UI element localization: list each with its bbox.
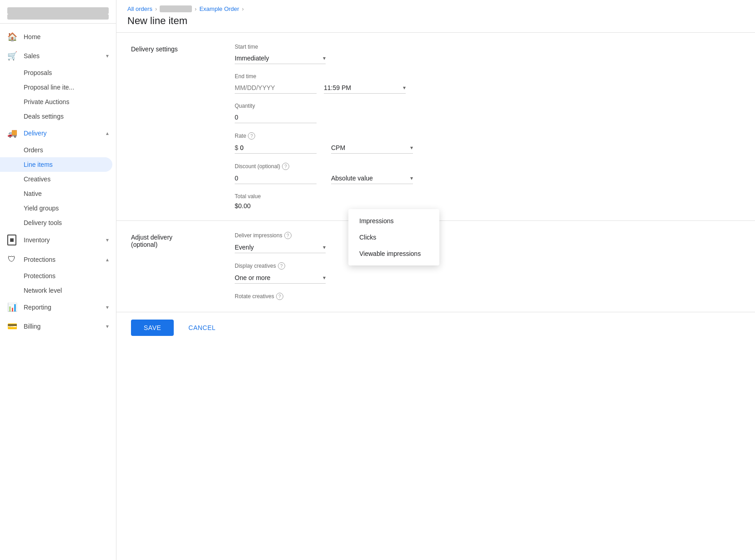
deliver-impressions-value: Evenly: [235, 244, 323, 251]
total-value-label: Total value: [235, 193, 553, 200]
logo-sub: Google: [7, 14, 109, 20]
breadcrumb-all-orders[interactable]: All orders: [127, 5, 152, 12]
home-icon: 🏠: [7, 32, 16, 42]
deliver-impressions-arrow: ▾: [323, 244, 326, 250]
total-value-field: Total value $0.00: [235, 193, 553, 210]
action-bar: SAVE CANCEL: [116, 312, 755, 343]
end-time-arrow: ▾: [403, 85, 406, 91]
sidebar-item-network-level[interactable]: Network level: [0, 283, 116, 298]
rotate-creatives-label: Rotate creatives ?: [235, 293, 553, 300]
delivery-settings-fields: Start time Immediately ▾ End time 11:59 …: [235, 44, 553, 210]
start-time-label: Start time: [235, 44, 553, 50]
sidebar-item-creatives[interactable]: Creatives: [0, 172, 116, 186]
rate-unit-arrow: ▾: [410, 145, 413, 151]
dropdown-item-viewable-impressions[interactable]: Viewable impressions: [348, 245, 439, 262]
rotate-creatives-help-icon[interactable]: ?: [276, 293, 283, 300]
display-creatives-arrow: ▾: [323, 275, 326, 281]
sidebar-logo: Ad Manager Network Google: [0, 0, 116, 24]
rate-unit-select[interactable]: CPM ▾: [331, 142, 413, 154]
dropdown-item-clicks[interactable]: Clicks: [348, 229, 439, 245]
end-time-time-select[interactable]: 11:59 PM ▾: [324, 82, 406, 94]
sidebar-item-delivery-tools[interactable]: Delivery tools: [0, 215, 116, 230]
breadcrumb-sep-2: ›: [195, 5, 196, 12]
sidebar-item-proposal-line-items[interactable]: Proposal line ite...: [0, 80, 116, 95]
chevron-down-icon: ▾: [106, 237, 109, 243]
sidebar-item-billing[interactable]: 💳 Billing ▾: [0, 317, 116, 336]
sidebar: Ad Manager Network Google 🏠 Home 🛒 Sales…: [0, 0, 116, 560]
sidebar-item-private-auctions[interactable]: Private Auctions: [0, 95, 116, 109]
sidebar-item-line-items[interactable]: Line items: [0, 157, 112, 172]
sidebar-item-home-label: Home: [24, 33, 40, 40]
chevron-up-icon: ▴: [106, 256, 109, 263]
quantity-field: Quantity: [235, 103, 553, 123]
breadcrumb-network: ●●●●●●●●: [160, 5, 192, 12]
sidebar-item-native[interactable]: Native: [0, 186, 116, 201]
breadcrumb: All orders › ●●●●●●●● › Example Order ›: [127, 5, 744, 12]
sidebar-item-proposals[interactable]: Proposals: [0, 65, 116, 80]
cancel-button[interactable]: CANCEL: [181, 320, 223, 336]
start-time-arrow: ▾: [323, 55, 326, 61]
display-creatives-select[interactable]: One or more ▾: [235, 272, 326, 284]
sidebar-item-protections[interactable]: Protections: [0, 269, 116, 283]
end-time-value: 11:59 PM: [324, 84, 403, 91]
rotate-creatives-field: Rotate creatives ?: [235, 293, 553, 301]
sidebar-item-deals-settings[interactable]: Deals settings: [0, 109, 116, 124]
delivery-settings-label: Delivery settings: [131, 44, 213, 210]
dropdown-item-impressions[interactable]: Impressions: [348, 213, 439, 229]
discount-type-select[interactable]: Absolute value ▾: [331, 173, 413, 184]
main-content: All orders › ●●●●●●●● › Example Order › …: [116, 0, 755, 560]
save-button[interactable]: SAVE: [131, 320, 174, 336]
discount-help-icon[interactable]: ?: [282, 163, 289, 170]
deliver-impressions-help-icon[interactable]: ?: [284, 232, 292, 239]
billing-icon: 💳: [7, 321, 16, 331]
discount-input[interactable]: [235, 173, 317, 184]
discount-field: Discount (optional) ? Absolute value ▾: [235, 163, 553, 184]
discount-type-value: Absolute value: [331, 175, 410, 182]
start-time-select[interactable]: Immediately ▾: [235, 53, 326, 64]
deliver-impressions-select[interactable]: Evenly ▾: [235, 242, 326, 253]
rate-help-icon[interactable]: ?: [248, 132, 255, 140]
start-time-value: Immediately: [235, 55, 323, 62]
breadcrumb-example-order[interactable]: Example Order: [199, 5, 239, 12]
sidebar-item-reporting[interactable]: 📊 Reporting ▾: [0, 298, 116, 317]
chevron-down-icon: ▾: [106, 304, 109, 310]
end-time-row: 11:59 PM ▾: [235, 82, 553, 94]
reporting-icon: 📊: [7, 302, 16, 312]
sidebar-item-billing-label: Billing: [24, 323, 40, 330]
rate-unit-value: CPM: [331, 144, 410, 151]
top-bar: All orders › ●●●●●●●● › Example Order › …: [116, 0, 755, 33]
sidebar-item-home[interactable]: 🏠 Home: [0, 27, 112, 46]
adjust-delivery-label: Adjust delivery (optional): [131, 232, 213, 301]
start-time-field: Start time Immediately ▾: [235, 44, 553, 64]
breadcrumb-sep-3: ›: [242, 5, 244, 12]
page-title: New line item: [127, 15, 744, 32]
delivery-settings-section: Delivery settings Start time Immediately…: [116, 33, 755, 221]
chevron-down-icon: ▾: [106, 323, 109, 330]
end-time-label: End time: [235, 73, 553, 80]
display-creatives-field: Display creatives ? One or more ▾: [235, 262, 553, 284]
quantity-type-dropdown: Impressions Clicks Viewable impressions: [348, 209, 439, 265]
display-creatives-value: One or more: [235, 274, 323, 281]
rate-input[interactable]: [240, 144, 317, 151]
chevron-down-icon: ▾: [106, 53, 109, 59]
sidebar-item-sales[interactable]: 🛒 Sales ▾: [0, 46, 116, 65]
rate-field: Rate ? $ CPM ▾: [235, 132, 553, 154]
sidebar-item-orders[interactable]: Orders: [0, 143, 116, 157]
logo-name: Ad Manager Network: [7, 7, 109, 14]
sidebar-item-delivery[interactable]: 🚚 Delivery ▴: [0, 124, 116, 143]
sales-icon: 🛒: [7, 51, 16, 61]
end-time-date-input[interactable]: [235, 82, 317, 94]
display-creatives-help-icon[interactable]: ?: [278, 262, 285, 270]
sidebar-item-inventory[interactable]: ■ Inventory ▾: [0, 230, 116, 250]
quantity-input[interactable]: [235, 112, 317, 123]
delivery-icon: 🚚: [7, 128, 16, 138]
discount-row: Absolute value ▾: [235, 173, 553, 184]
sidebar-item-inventory-label: Inventory: [24, 236, 50, 244]
sidebar-item-protections-section[interactable]: 🛡 Protections ▴: [0, 250, 116, 269]
quantity-label: Quantity: [235, 103, 553, 109]
sidebar-item-yield-groups[interactable]: Yield groups: [0, 201, 116, 215]
discount-type-arrow: ▾: [410, 175, 413, 181]
chevron-up-icon: ▴: [106, 130, 109, 136]
total-value-amount: $0.00: [235, 202, 553, 210]
sidebar-item-reporting-label: Reporting: [24, 304, 51, 311]
